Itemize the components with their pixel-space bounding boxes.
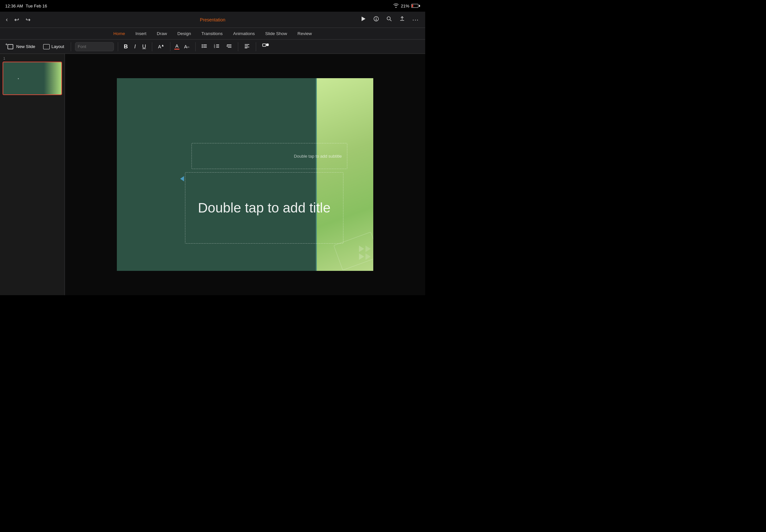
tab-home[interactable]: Home bbox=[109, 29, 129, 39]
svg-rect-27 bbox=[266, 44, 268, 46]
tab-design[interactable]: Design bbox=[173, 29, 196, 39]
svg-rect-26 bbox=[262, 44, 266, 46]
divider-7 bbox=[256, 42, 256, 51]
new-slide-label: New Slide bbox=[16, 44, 35, 49]
svg-text:3.: 3. bbox=[214, 46, 215, 48]
divider-5 bbox=[195, 42, 196, 51]
tab-insert[interactable]: Insert bbox=[131, 29, 151, 39]
bullets-button[interactable] bbox=[200, 42, 209, 51]
undo-button[interactable]: ↩ bbox=[12, 14, 21, 25]
subtitle-box[interactable]: Double tap to add subtitle bbox=[191, 143, 347, 169]
slide-content: Double tap to add subtitle Double tap to… bbox=[117, 78, 373, 271]
time-display: 12:36 AM bbox=[5, 4, 23, 8]
play-button[interactable] bbox=[358, 15, 368, 25]
menu-tabs-row: Home Insert Draw Design Transitions Anim… bbox=[0, 28, 425, 40]
slide-number: 1 bbox=[3, 56, 62, 60]
highlight-button[interactable]: A✏ bbox=[182, 42, 191, 51]
layout-label: Layout bbox=[52, 44, 64, 49]
divider-2 bbox=[118, 42, 118, 51]
bold-button[interactable]: B bbox=[122, 42, 130, 51]
layout-button[interactable]: Layout bbox=[41, 43, 67, 51]
new-slide-button[interactable]: + New Slide bbox=[4, 42, 38, 51]
battery-percent: 21% bbox=[401, 4, 409, 8]
tab-review[interactable]: Review bbox=[293, 29, 316, 39]
font-color-button[interactable]: A bbox=[174, 43, 179, 50]
divider-1 bbox=[71, 42, 71, 51]
tab-slideshow[interactable]: Slide Show bbox=[261, 29, 292, 39]
italic-button[interactable]: I bbox=[132, 42, 138, 51]
date-display: Tue Feb 16 bbox=[26, 4, 47, 8]
title-placeholder: Double tap to add title bbox=[198, 200, 331, 216]
svg-marker-0 bbox=[361, 17, 365, 21]
slide-thumbnail-1[interactable] bbox=[3, 62, 62, 95]
svg-rect-6 bbox=[8, 44, 13, 49]
slide-area: Double tap to add subtitle Double tap to… bbox=[117, 78, 373, 271]
svg-line-5 bbox=[390, 20, 392, 21]
title-box[interactable]: Double tap to add title bbox=[185, 172, 343, 244]
tab-animations[interactable]: Animations bbox=[228, 29, 259, 39]
share-button[interactable] bbox=[397, 15, 407, 25]
align-button[interactable] bbox=[242, 42, 252, 51]
more-button[interactable]: ··· bbox=[410, 15, 421, 25]
main-content: 1 bbox=[0, 54, 425, 295]
svg-point-3 bbox=[376, 19, 376, 20]
svg-point-8 bbox=[202, 46, 203, 47]
numbered-list-button[interactable]: 1. 2. 3. bbox=[212, 42, 222, 51]
divider-4 bbox=[170, 42, 170, 51]
font-size-button[interactable]: A▲ bbox=[156, 42, 166, 51]
status-right: 21% bbox=[393, 3, 420, 9]
toolbar-right-actions: ··· bbox=[358, 15, 425, 25]
divider-6 bbox=[238, 42, 238, 51]
redo-button[interactable]: ↪ bbox=[24, 14, 32, 25]
wifi-icon bbox=[393, 3, 399, 9]
nav-buttons: ‹ ↩ ↪ bbox=[0, 14, 36, 25]
tab-draw[interactable]: Draw bbox=[152, 29, 172, 39]
font-selector[interactable] bbox=[75, 42, 114, 51]
arrow-indicator bbox=[180, 176, 184, 181]
app-title: Presentation bbox=[200, 17, 225, 22]
status-left: 12:36 AM Tue Feb 16 bbox=[5, 4, 47, 8]
back-button[interactable]: ‹ bbox=[4, 14, 10, 25]
status-bar: 12:36 AM Tue Feb 16 21% bbox=[0, 0, 425, 12]
indent-decrease-button[interactable] bbox=[224, 42, 234, 51]
main-toolbar: ‹ ↩ ↪ Presentation bbox=[0, 12, 425, 28]
format-toolbar: + New Slide Layout B I U A▲ A A✏ bbox=[0, 40, 425, 54]
battery-icon bbox=[411, 4, 420, 8]
insights-button[interactable] bbox=[371, 15, 381, 25]
svg-point-4 bbox=[387, 17, 391, 20]
underline-button[interactable]: U bbox=[140, 42, 148, 51]
tab-transitions[interactable]: Transitions bbox=[197, 29, 227, 39]
svg-point-9 bbox=[202, 47, 203, 48]
svg-point-7 bbox=[202, 44, 203, 45]
insert-shape-button[interactable] bbox=[260, 42, 271, 52]
app-title-area: Presentation bbox=[200, 12, 225, 28]
slide-panel: 1 bbox=[0, 54, 65, 295]
subtitle-placeholder: Double tap to add subtitle bbox=[294, 154, 342, 159]
search-button[interactable] bbox=[384, 15, 394, 25]
slide-canvas: Double tap to add subtitle Double tap to… bbox=[65, 54, 425, 295]
